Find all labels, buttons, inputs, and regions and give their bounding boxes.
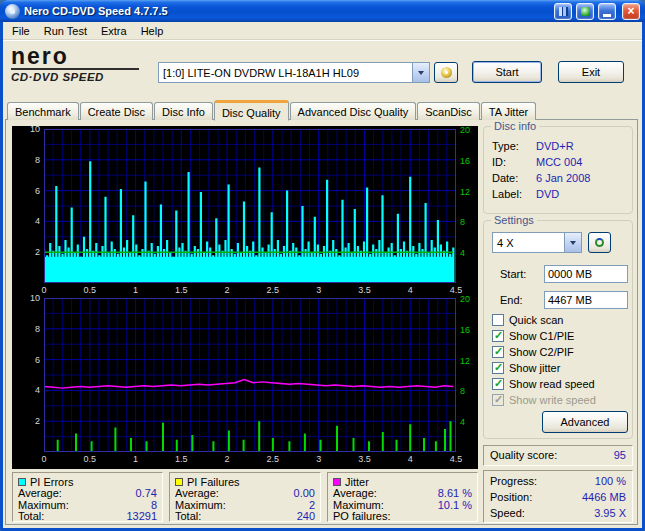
titlebar-disc-button[interactable] bbox=[576, 3, 594, 20]
end-position-input[interactable] bbox=[544, 291, 628, 309]
checkbox-box bbox=[492, 394, 504, 406]
checkbox-show-c2-pif[interactable]: Show C2/PIF bbox=[492, 345, 574, 359]
titlebar-chart-button[interactable] bbox=[554, 3, 572, 20]
checkbox-label: Quick scan bbox=[509, 314, 563, 326]
scan-speed-arrow[interactable] bbox=[564, 233, 581, 252]
pi-errors-title: PI Errors bbox=[30, 476, 73, 488]
stat-row: Average:0.74 bbox=[18, 488, 157, 500]
start-position-input[interactable] bbox=[544, 265, 628, 283]
tab-scandisc[interactable]: ScanDisc bbox=[417, 102, 479, 120]
disc-quality-panel: 246810 48121620 00.511.522.533.544.5 246… bbox=[5, 119, 638, 525]
disc-id-row: ID:MCC 004 bbox=[484, 154, 632, 170]
checkbox-box[interactable] bbox=[492, 330, 504, 342]
exit-button[interactable]: Exit bbox=[558, 61, 624, 83]
pie-plot bbox=[44, 129, 456, 283]
green-disc-icon bbox=[581, 7, 590, 16]
stat-row: Average:8.61 % bbox=[333, 488, 472, 500]
pi-errors-panel: PI Errors Average:0.74 Maximum:8 Total:1… bbox=[12, 472, 163, 522]
menu-bar: File Run Test Extra Help bbox=[3, 22, 642, 40]
chevron-down-icon bbox=[418, 71, 424, 75]
pif-left-axis: 246810 bbox=[12, 298, 44, 452]
checkbox-box[interactable] bbox=[492, 314, 504, 326]
checkbox-show-read-speed[interactable]: Show read speed bbox=[492, 377, 595, 391]
minimize-button[interactable] bbox=[598, 3, 616, 20]
scan-speed-value: 4 X bbox=[493, 237, 564, 249]
start-button[interactable]: Start bbox=[472, 61, 542, 83]
pif-right-axis: 48121620 bbox=[456, 298, 478, 452]
speed-row: Speed:3.95 X bbox=[484, 505, 632, 521]
checkbox-show-write-speed: Show write speed bbox=[492, 393, 596, 407]
stat-row: Total:240 bbox=[175, 511, 315, 523]
drive-select-value: [1:0] LITE-ON DVDRW LH-18A1H HL09 bbox=[159, 67, 412, 79]
close-icon: × bbox=[627, 5, 634, 17]
checkbox-quick-scan[interactable]: Quick scan bbox=[492, 313, 563, 327]
chevron-down-icon bbox=[570, 241, 576, 245]
app-window: Nero CD-DVD Speed 4.7.7.5 × File Run Tes… bbox=[0, 0, 645, 531]
tab-create-disc[interactable]: Create Disc bbox=[80, 102, 153, 120]
drive-select-arrow[interactable] bbox=[412, 63, 429, 82]
pif-plot bbox=[44, 298, 456, 452]
refresh-icon bbox=[595, 238, 604, 247]
tab-bar: Benchmark Create Disc Disc Info Disc Qua… bbox=[7, 99, 537, 120]
advanced-button[interactable]: Advanced bbox=[542, 411, 628, 433]
nero-logo-wordmark: nero bbox=[11, 45, 161, 68]
jitter-panel: Jitter Average:8.61 % Maximum:10.1 % PO … bbox=[327, 472, 478, 522]
pi-failures-swatch bbox=[175, 478, 183, 486]
disc-info-group: Disc info Type:DVD+R ID:MCC 004 Date:6 J… bbox=[483, 126, 633, 214]
tab-ta-jitter[interactable]: TA Jitter bbox=[481, 102, 537, 120]
menu-run-test[interactable]: Run Test bbox=[37, 23, 94, 39]
checkbox-label: Show C2/PIF bbox=[509, 346, 574, 358]
quality-score-panel: Quality score: 95 bbox=[483, 445, 633, 466]
drive-tools-button[interactable] bbox=[434, 62, 458, 83]
app-icon bbox=[5, 4, 20, 19]
titlebar[interactable]: Nero CD-DVD Speed 4.7.7.5 × bbox=[0, 0, 645, 22]
disc-icon bbox=[441, 67, 452, 78]
menu-file[interactable]: File bbox=[5, 23, 37, 39]
disc-info-title: Disc info bbox=[491, 120, 539, 132]
checkbox-label: Show write speed bbox=[509, 394, 596, 406]
stat-row: Average:0.00 bbox=[175, 488, 315, 500]
end-label: End: bbox=[500, 294, 523, 306]
scan-speed-select[interactable]: 4 X bbox=[492, 232, 582, 253]
checkbox-label: Show read speed bbox=[509, 378, 595, 390]
checkbox-label: Show C1/PIE bbox=[509, 330, 574, 342]
window-body: File Run Test Extra Help nero CD·DVD SPE… bbox=[3, 22, 642, 528]
menu-help[interactable]: Help bbox=[134, 23, 171, 39]
start-label: Start: bbox=[500, 268, 526, 280]
tab-disc-quality[interactable]: Disc Quality bbox=[214, 100, 289, 121]
position-row: Position:4466 MB bbox=[484, 489, 632, 505]
progress-panel: Progress:100 % Position:4466 MB Speed:3.… bbox=[483, 470, 633, 523]
pie-x-axis: 00.511.522.533.544.5 bbox=[44, 283, 456, 298]
close-button[interactable]: × bbox=[622, 3, 640, 20]
jitter-title: Jitter bbox=[345, 476, 369, 488]
quality-score-label: Quality score: bbox=[490, 446, 557, 465]
tab-disc-info[interactable]: Disc Info bbox=[154, 102, 213, 120]
tab-benchmark[interactable]: Benchmark bbox=[7, 102, 79, 120]
pi-failures-panel: PI Failures Average:0.00 Maximum:2 Total… bbox=[169, 472, 321, 522]
settings-title: Settings bbox=[491, 214, 537, 226]
checkbox-box[interactable] bbox=[492, 362, 504, 374]
menu-extra[interactable]: Extra bbox=[94, 23, 134, 39]
refresh-speeds-button[interactable] bbox=[588, 232, 611, 253]
bar-chart-icon bbox=[559, 7, 568, 16]
checkbox-label: Show jitter bbox=[509, 362, 560, 374]
graphs-panel: 246810 48121620 00.511.522.533.544.5 246… bbox=[12, 126, 478, 469]
drive-select[interactable]: [1:0] LITE-ON DVDRW LH-18A1H HL09 bbox=[158, 62, 430, 83]
pie-right-axis: 48121620 bbox=[456, 129, 478, 283]
checkbox-show-jitter[interactable]: Show jitter bbox=[492, 361, 560, 375]
quality-score-row: Quality score: 95 bbox=[484, 446, 632, 465]
nero-logo-subtitle: CD·DVD SPEED bbox=[11, 68, 139, 83]
settings-group: Settings 4 X Start: End: Quick scan Show… bbox=[483, 220, 633, 439]
checkbox-box[interactable] bbox=[492, 346, 504, 358]
pi-errors-swatch bbox=[18, 478, 26, 486]
checkbox-box[interactable] bbox=[492, 378, 504, 390]
tab-advanced-disc-quality[interactable]: Advanced Disc Quality bbox=[290, 102, 417, 120]
checkbox-show-c1-pie[interactable]: Show C1/PIE bbox=[492, 329, 574, 343]
quality-score-value: 95 bbox=[614, 446, 626, 465]
pie-left-axis: 246810 bbox=[12, 129, 44, 283]
disc-label-row: Label:DVD bbox=[484, 186, 632, 202]
window-title: Nero CD-DVD Speed 4.7.7.5 bbox=[24, 5, 550, 17]
minimize-icon bbox=[603, 14, 611, 17]
progress-row: Progress:100 % bbox=[484, 473, 632, 489]
pie-speed-chart: 246810 48121620 00.511.522.533.544.5 bbox=[12, 129, 478, 298]
